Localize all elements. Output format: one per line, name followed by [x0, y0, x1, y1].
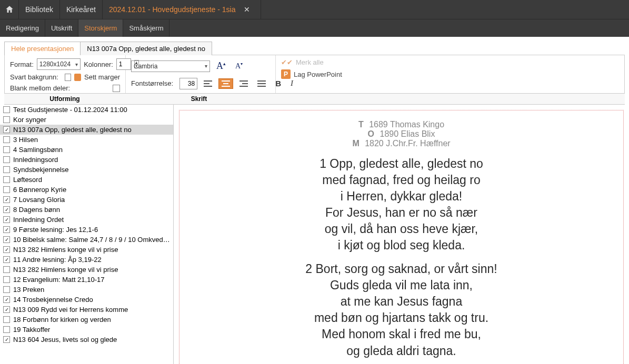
- fontst-label: Fontstørrelse:: [131, 79, 173, 87]
- margins-icon: [74, 74, 81, 81]
- list-item-checkbox[interactable]: [3, 266, 10, 273]
- close-tab-button[interactable]: ✕: [239, 5, 254, 14]
- slide: T 1689 Thomas KingoO 1890 Elias BlixM 18…: [179, 110, 624, 364]
- list-item-checkbox[interactable]: [3, 276, 10, 283]
- list-item[interactable]: 7 Lovsang Gloria: [0, 195, 173, 205]
- menu-storskjerm[interactable]: Storskjerm: [78, 19, 123, 37]
- list-item-checkbox[interactable]: [3, 326, 10, 333]
- list-item[interactable]: 11 Andre lesning: Åp 3,19-22: [0, 255, 173, 265]
- list-item[interactable]: 9 Første lesning: Jes 12,1-6: [0, 225, 173, 235]
- list-item[interactable]: 19 Takkoffer: [0, 325, 173, 335]
- list-item[interactable]: N13 282 Himlens konge vil vi prise: [0, 265, 173, 275]
- list-item-label: N13 007a Opp, gledest alle, gledest no: [13, 126, 132, 134]
- list-item[interactable]: 18 Forbønn for kirken og verden: [0, 315, 173, 325]
- section-utforming: Utforming: [4, 94, 125, 104]
- align-left-button[interactable]: [201, 78, 215, 89]
- font-select[interactable]: Cambria: [131, 60, 210, 72]
- item-list[interactable]: Test Gudstjeneste - 01.12.2024 11:00Kor …: [0, 105, 174, 364]
- section-skrift: Skrift: [125, 94, 273, 104]
- slide-meta-line: M 1820 J.Chr.Fr. Hæffner: [201, 139, 602, 148]
- home-icon: [5, 5, 14, 14]
- list-item-label: N13 604 Jesus, livets sol og glede: [13, 336, 117, 343]
- list-item[interactable]: N13 282 Himlens konge vil vi prise: [0, 245, 173, 255]
- list-item-label: 4 Samlingsbønn: [13, 146, 63, 154]
- slide-meta-line: O 1890 Elias Blix: [201, 129, 602, 139]
- list-item-checkbox[interactable]: [3, 136, 10, 143]
- list-item-checkbox[interactable]: [3, 176, 10, 183]
- list-item-label: 6 Bønnerop Kyrie: [13, 186, 66, 194]
- align-justify-button[interactable]: [254, 78, 269, 89]
- align-center-button[interactable]: [218, 78, 233, 89]
- subtab-1[interactable]: N13 007a Opp, gledest alle, gledest no: [81, 42, 212, 55]
- list-item[interactable]: Innledningsord: [0, 155, 173, 165]
- list-item[interactable]: Kor synger: [0, 115, 173, 125]
- list-item-label: 12 Evangelium: Matt 21,10-17: [13, 276, 104, 284]
- crumb-kirkearet[interactable]: Kirkeåret: [60, 0, 103, 19]
- list-item[interactable]: 3 Hilsen: [0, 135, 173, 145]
- merk-alle-button: ✔✔ Merk alle: [281, 58, 342, 66]
- kolonner-label: Kolonner:: [84, 60, 113, 68]
- menu-utskrift[interactable]: Utskrift: [45, 19, 78, 37]
- list-item[interactable]: Syndsbekjennelse: [0, 165, 173, 175]
- font-shrink-button[interactable]: A▾: [232, 59, 246, 73]
- list-item[interactable]: 4 Samlingsbønn: [0, 145, 173, 155]
- verse-1: 1 Opp, gledest alle, gledest nomed fagna…: [201, 156, 602, 254]
- list-item-checkbox[interactable]: [3, 206, 10, 213]
- list-item-label: 8 Dagens bønn: [13, 206, 60, 214]
- list-item[interactable]: N13 604 Jesus, livets sol og glede: [0, 335, 173, 345]
- align-right-button[interactable]: [236, 78, 251, 89]
- list-item-checkbox[interactable]: [3, 106, 10, 113]
- list-item[interactable]: N13 009 Rydd vei for Herrens komme: [0, 305, 173, 315]
- list-item-checkbox[interactable]: [3, 226, 10, 233]
- list-item-checkbox[interactable]: [3, 306, 10, 313]
- crumb-bibliotek[interactable]: Bibliotek: [19, 0, 60, 19]
- format-select[interactable]: 1280x1024: [37, 58, 81, 70]
- list-item-label: 3 Hilsen: [13, 136, 38, 144]
- list-item-checkbox[interactable]: [3, 196, 10, 203]
- list-item-checkbox[interactable]: [3, 316, 10, 323]
- list-item-label: 18 Forbønn for kirken og verden: [13, 316, 111, 323]
- list-item-checkbox[interactable]: [3, 116, 10, 123]
- svart-checkbox[interactable]: [65, 74, 71, 81]
- list-item[interactable]: 14 Trosbekjennelse Credo: [0, 295, 173, 305]
- list-item[interactable]: 12 Evangelium: Matt 21,10-17: [0, 275, 173, 285]
- home-button[interactable]: [0, 0, 19, 19]
- list-item-label: 11 Andre lesning: Åp 3,19-22: [13, 256, 102, 264]
- list-item[interactable]: Innledning Ordet: [0, 215, 173, 225]
- list-item-label: Innledning Ordet: [13, 216, 64, 224]
- blank-checkbox[interactable]: [113, 85, 120, 92]
- list-item[interactable]: Test Gudstjeneste - 01.12.2024 11:00: [0, 105, 173, 115]
- list-item[interactable]: 8 Dagens bønn: [0, 205, 173, 215]
- list-item-checkbox[interactable]: [3, 166, 10, 173]
- list-item-label: N13 009 Rydd vei for Herrens komme: [13, 306, 128, 314]
- list-item-checkbox[interactable]: [3, 126, 10, 133]
- align-left-icon: [204, 80, 212, 87]
- list-item-checkbox[interactable]: [3, 256, 10, 263]
- crumb-current[interactable]: 2024.12.01 - Hovedgudstjeneste - 1sia ✕: [103, 0, 262, 19]
- list-item[interactable]: Løftesord: [0, 175, 173, 185]
- list-item-checkbox[interactable]: [3, 146, 10, 153]
- menu-redigering[interactable]: Redigering: [0, 19, 45, 37]
- list-item-checkbox[interactable]: [3, 296, 10, 303]
- subtab-0[interactable]: Hele presentasjonen: [4, 42, 81, 55]
- lag-powerpoint-button[interactable]: P Lag PowerPoint: [281, 69, 342, 79]
- list-item-checkbox[interactable]: [3, 156, 10, 163]
- list-item-label: Innledningsord: [13, 156, 58, 164]
- list-item-checkbox[interactable]: [3, 336, 10, 343]
- list-item[interactable]: N13 007a Opp, gledest alle, gledest no: [0, 125, 173, 135]
- sett-marger-button[interactable]: Sett marger: [84, 73, 120, 81]
- list-item-checkbox[interactable]: [3, 286, 10, 293]
- list-item[interactable]: 6 Bønnerop Kyrie: [0, 185, 173, 195]
- list-item-checkbox[interactable]: [3, 186, 10, 193]
- list-item[interactable]: 13 Preken: [0, 285, 173, 295]
- font-shrink-icon: A▾: [235, 62, 243, 70]
- list-item-checkbox[interactable]: [3, 246, 10, 253]
- list-item-checkbox[interactable]: [3, 236, 10, 243]
- list-item-checkbox[interactable]: [3, 216, 10, 223]
- svart-label: Svart bakgrunn:: [10, 73, 58, 81]
- format-label: Format:: [10, 60, 34, 68]
- fontsize-input[interactable]: [179, 78, 197, 89]
- font-grow-button[interactable]: A▴: [213, 58, 229, 74]
- list-item[interactable]: 10 Bibelsk salme: Salme 24,7 / 8 / 9 / 1…: [0, 235, 173, 245]
- menu-småskjerm[interactable]: Småskjerm: [123, 19, 169, 37]
